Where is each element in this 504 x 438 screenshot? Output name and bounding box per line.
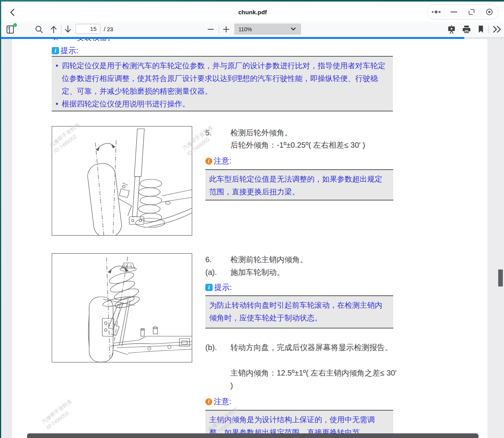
step-5-title: 检测后轮外倾角。: [230, 126, 292, 139]
info-note-icon: i: [205, 158, 212, 165]
step-6-row: 6. 检测前轮主销内倾角。: [205, 253, 308, 266]
step-6a-text: 施加车轮制动。: [230, 266, 284, 278]
pdf-toolbar: / 23 110%: [1, 22, 504, 37]
tip-box-alignment-info: • 四轮定位仪是用于检测汽车的车轮定位参数，并与原厂的设计参数进行比对，指导使用…: [52, 56, 393, 111]
loading-progress-track: [0, 37, 504, 39]
tip-heading-1: i 提示:: [52, 45, 78, 56]
step-6-title: 检测前轮主销内倾角。: [230, 253, 308, 266]
zoom-in-button[interactable]: [220, 22, 232, 37]
notification-dot: [13, 23, 17, 27]
window-frame-left: [0, 0, 1, 438]
zoom-level-value: 110%: [234, 26, 291, 32]
page-total-label: / 23: [104, 22, 113, 37]
restore-window-button[interactable]: [463, 5, 480, 19]
arrow-up-icon: [50, 25, 58, 34]
note-box-1-text: 此车型后轮定位值是无法调整的，如果参数超出规定范围，直接更换后扭力梁。: [205, 170, 393, 201]
bullet-dot: •: [56, 59, 62, 98]
tip-label-text: 提示:: [61, 45, 78, 56]
more-tools-button[interactable]: [490, 22, 504, 37]
minimize-icon: [450, 11, 457, 13]
bookmark-icon: [478, 25, 484, 34]
clipped-text-line: 4.安装仪器。: [52, 39, 299, 41]
step-6b-number: (b).: [205, 341, 230, 354]
info-tip-icon: i: [205, 284, 213, 291]
toolbar-divider: [488, 25, 489, 34]
note-heading-1: i 注意:: [205, 156, 232, 166]
bookmark-button[interactable]: [475, 22, 487, 37]
more-options-button[interactable]: [427, 5, 445, 19]
info-tip-icon: i: [52, 47, 59, 54]
note-box-rear-alignment: 此车型后轮定位值是无法调整的，如果参数超出规定范围，直接更换后扭力梁。: [205, 169, 393, 200]
search-button[interactable]: [33, 22, 45, 37]
previous-page-button[interactable]: [47, 22, 60, 37]
plus-icon: [223, 26, 230, 33]
watermark: 汽修帮手资料库ID:7496002: [40, 398, 78, 431]
step-6-spec: 主销内倾角：12.5º±1º( 左右主销内倾角之差≤ 30′ ): [230, 367, 400, 392]
zoom-out-button[interactable]: [205, 22, 216, 37]
window-controls-pill: [427, 4, 499, 20]
tip-label-text: 提示:: [214, 282, 232, 293]
step-5-number: 5.: [205, 126, 230, 139]
front-strut-line-art: [52, 254, 192, 362]
tip-bullet-2-text: 根据四轮定位仪使用说明书进行操作。: [62, 98, 388, 110]
step-6a-row: (a). 施加车轮制动。: [205, 266, 284, 278]
toolbar-divider: [61, 25, 61, 34]
pdf-page: 4.安装仪器。 i 提示: • 四轮定位仪是用于检测汽车的车轮定位参数，并与原厂…: [12, 39, 487, 438]
printer-icon: [462, 25, 471, 34]
tip-bullet-2: • 根据四轮定位仪使用说明书进行操作。: [56, 98, 388, 110]
figure-kingpin-diagram: [52, 253, 192, 362]
minus-icon: [207, 26, 214, 33]
window-frame-top: [0, 0, 504, 2]
note-heading-2: i 注意:: [205, 396, 232, 407]
step-5-spec: 后轮外倾角：-1º±0.25º( 左右相差≤ 30′ ): [230, 139, 406, 152]
tip-box-2-text: 为防止转动转向盘时引起前车轮滚动，在检测主销内倾角时，应使车轮处于制动状态。: [205, 296, 393, 327]
page-number-input[interactable]: [76, 24, 100, 34]
note-label-text: 注意:: [214, 156, 232, 166]
restore-icon: [468, 8, 475, 16]
sidebar-panel-icon: [6, 24, 16, 34]
tip-bullet-1-text: 四轮定位仪是用于检测汽车的车轮定位参数，并与原厂的设计参数进行比对，指导使用者对…: [62, 59, 388, 98]
presentation-screen-icon: [447, 25, 456, 34]
step-6-number: 6.: [205, 253, 230, 266]
rear-suspension-line-art: [52, 126, 192, 235]
arrow-down-icon: [64, 25, 72, 34]
info-note-icon: i: [205, 398, 212, 405]
print-button[interactable]: [460, 22, 473, 37]
step-6a-number: (a).: [205, 266, 230, 278]
tip-heading-2: i 提示:: [205, 282, 232, 293]
target-circle-icon: [485, 8, 493, 16]
next-page-button[interactable]: [62, 22, 74, 37]
minimize-button[interactable]: [445, 5, 462, 19]
presentation-mode-button[interactable]: [445, 22, 458, 37]
step-5-row: 5. 检测后轮外倾角。: [205, 126, 292, 139]
toolbar-divider: [219, 25, 219, 34]
double-chevron-right-icon: [492, 25, 502, 33]
step-6b-text: 转动方向盘，完成后仪器屏幕将显示检测报告。: [230, 341, 393, 354]
tip-bullet-1: • 四轮定位仪是用于检测汽车的车轮定位参数，并与原厂的设计参数进行比对，指导使用…: [56, 59, 388, 98]
ellipsis-icon: [431, 10, 441, 14]
search-icon: [35, 25, 43, 34]
chevron-down-icon: [291, 27, 301, 31]
note-label-text: 注意:: [214, 396, 232, 407]
pdf-viewer-window: { "window": { "title": "chunk.pdf" }, "t…: [0, 0, 504, 438]
clipped-step-number: 4.: [52, 39, 76, 41]
zoom-level-dropdown[interactable]: 110%: [234, 24, 301, 35]
title-bar: chunk.pdf: [1, 2, 504, 22]
bullet-dot: •: [56, 98, 62, 110]
figure-rear-camber-diagram: [52, 126, 192, 236]
vertical-scrollbar-thumb[interactable]: [498, 270, 503, 286]
tip-box-brake-warning: 为防止转动转向盘时引起前车轮滚动，在检测主销内倾角时，应使车轮处于制动状态。: [205, 295, 393, 328]
clipped-step-text: 安装仪器。: [76, 39, 115, 41]
sidebar-toggle-button[interactable]: [4, 22, 17, 37]
document-viewport: 4.安装仪器。 i 提示: • 四轮定位仪是用于检测汽车的车轮定位参数，并与原厂…: [1, 39, 504, 438]
step-6b-row: (b). 转动方向盘，完成后仪器屏幕将显示检测报告。: [205, 341, 393, 354]
focus-mode-button[interactable]: [481, 5, 498, 19]
floating-bottom-toolbar[interactable]: [27, 433, 479, 438]
loading-progress-fill: [0, 37, 464, 39]
